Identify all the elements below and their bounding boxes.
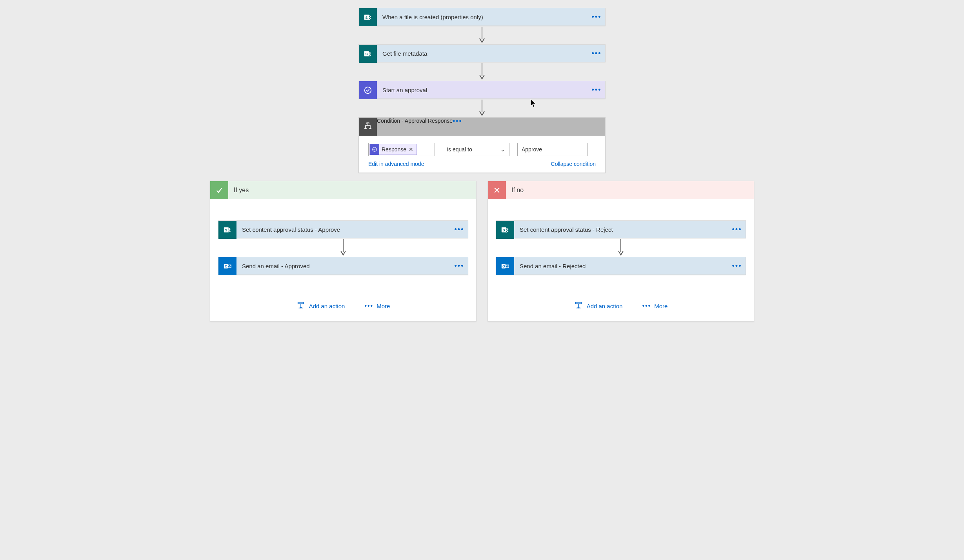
arrow-connector <box>478 62 486 81</box>
ellipsis-icon: ••• <box>642 303 651 309</box>
ellipsis-icon: ••• <box>455 226 464 233</box>
condition-body: Response ✕ is equal to ⌄ Approve Edit in… <box>359 136 605 173</box>
ellipsis-icon: ••• <box>592 13 602 20</box>
edit-advanced-link[interactable]: Edit in advanced mode <box>368 161 424 167</box>
flow-canvas: S When a file is created (properties onl… <box>8 8 956 322</box>
add-action-button[interactable]: Add an action <box>296 302 345 310</box>
ellipsis-icon: ••• <box>455 262 464 269</box>
branch-header-no[interactable]: If no <box>488 181 754 199</box>
svg-text:S: S <box>503 228 505 232</box>
ellipsis-icon: ••• <box>453 117 462 125</box>
arrow-connector <box>478 26 486 44</box>
token-label: Response <box>382 146 406 153</box>
outlook-icon: O <box>218 257 236 275</box>
more-button[interactable]: ••• <box>728 221 746 238</box>
ellipsis-icon: ••• <box>592 86 602 93</box>
condition-value: Approve <box>522 146 542 153</box>
step-send-email-approved[interactable]: O Send an email - Approved ••• <box>218 257 468 275</box>
condition-card: Condition - Approval Response ••• Respon… <box>358 117 606 173</box>
chevron-down-icon: ⌄ <box>500 146 505 153</box>
condition-operator-select[interactable]: is equal to ⌄ <box>443 143 509 156</box>
svg-rect-25 <box>575 302 581 304</box>
collapse-condition-link[interactable]: Collapse condition <box>551 161 596 167</box>
condition-operand-left[interactable]: Response ✕ <box>368 143 435 156</box>
sharepoint-icon: S <box>359 45 377 63</box>
outlook-icon: O <box>496 257 514 275</box>
add-action-label: Add an action <box>587 303 623 309</box>
svg-rect-16 <box>298 302 304 304</box>
more-button[interactable]: ••• <box>588 8 605 25</box>
more-label: More <box>654 303 668 309</box>
add-action-button[interactable]: Add an action <box>574 302 623 310</box>
operator-value: is equal to <box>447 146 472 153</box>
step-start-approval[interactable]: Start an approval ••• <box>358 81 606 99</box>
add-step-icon <box>574 302 583 310</box>
step-trigger[interactable]: S When a file is created (properties onl… <box>358 8 606 26</box>
ellipsis-icon: ••• <box>364 303 373 309</box>
ellipsis-icon: ••• <box>732 262 742 269</box>
condition-value-input[interactable]: Approve <box>517 143 588 156</box>
svg-text:S: S <box>366 16 368 20</box>
more-button[interactable]: ••• <box>728 257 746 275</box>
branch-header-yes[interactable]: If yes <box>210 181 476 199</box>
approval-icon <box>359 81 377 99</box>
branch-title: If yes <box>228 181 254 199</box>
more-button[interactable]: ••• <box>588 81 605 98</box>
more-button[interactable]: ••• <box>588 45 605 62</box>
more-button[interactable]: ••• <box>453 118 462 136</box>
more-button[interactable]: ••• <box>451 221 468 238</box>
mouse-cursor-icon <box>530 99 537 108</box>
step-label: Set content approval status - Approve <box>236 221 451 238</box>
sharepoint-icon: S <box>218 221 236 239</box>
svg-text:S: S <box>225 228 227 232</box>
checkmark-icon <box>210 181 228 199</box>
condition-header[interactable]: Condition - Approval Response ••• <box>359 118 605 136</box>
step-label: Start an approval <box>377 81 588 98</box>
step-label: Get file metadata <box>377 45 588 62</box>
approval-icon <box>370 144 379 155</box>
ellipsis-icon: ••• <box>732 226 742 233</box>
remove-token-icon[interactable]: ✕ <box>409 146 413 153</box>
condition-icon <box>359 118 377 136</box>
step-label: Send an email - Rejected <box>514 257 728 275</box>
step-send-email-rejected[interactable]: O Send an email - Rejected ••• <box>496 257 746 275</box>
cross-icon <box>488 181 506 199</box>
step-label: When a file is created (properties only) <box>377 8 588 25</box>
more-actions-button[interactable]: ••• More <box>642 303 668 309</box>
svg-point-9 <box>373 147 377 152</box>
step-get-metadata[interactable]: S Get file metadata ••• <box>358 44 606 62</box>
svg-text:O: O <box>225 265 227 268</box>
step-label: Set content approval status - Reject <box>514 221 728 238</box>
ellipsis-icon: ••• <box>592 50 602 57</box>
branch-if-yes: If yes S Set content approval status - A… <box>210 181 477 322</box>
more-actions-button[interactable]: ••• More <box>364 303 390 309</box>
more-button[interactable]: ••• <box>451 257 468 275</box>
step-set-approval-approve[interactable]: S Set content approval status - Approve … <box>218 220 468 238</box>
branch-if-no: If no S Set content approval status - Re… <box>487 181 754 322</box>
add-step-icon <box>296 302 305 310</box>
add-action-label: Add an action <box>309 303 345 309</box>
svg-text:S: S <box>366 52 368 56</box>
svg-text:O: O <box>502 265 505 268</box>
step-label: Send an email - Approved <box>236 257 451 275</box>
condition-branches: If yes S Set content approval status - A… <box>8 181 956 322</box>
branch-title: If no <box>506 181 529 199</box>
sharepoint-icon: S <box>496 221 514 239</box>
svg-point-6 <box>365 87 371 94</box>
arrow-connector <box>478 99 486 117</box>
sharepoint-icon: S <box>359 8 377 26</box>
dynamic-token[interactable]: Response ✕ <box>369 144 417 155</box>
condition-title: Condition - Approval Response <box>377 118 453 136</box>
arrow-connector <box>617 238 625 257</box>
arrow-connector <box>339 238 347 257</box>
more-label: More <box>377 303 390 309</box>
step-set-approval-reject[interactable]: S Set content approval status - Reject •… <box>496 220 746 238</box>
